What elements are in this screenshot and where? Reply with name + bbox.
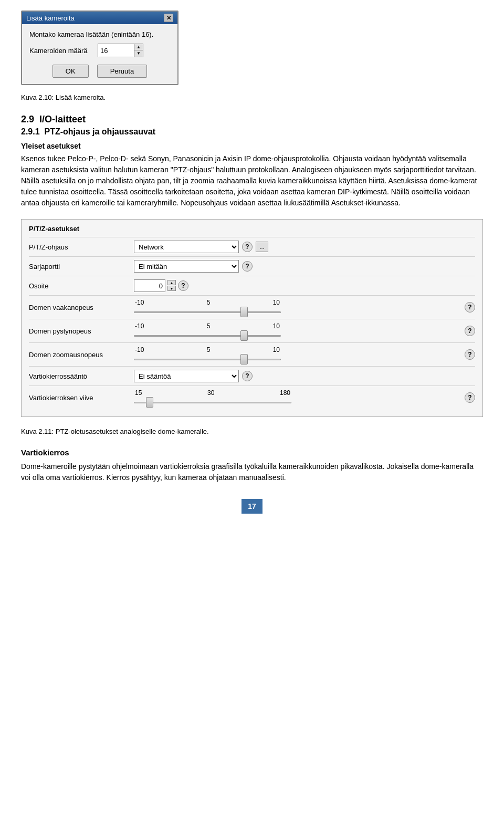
add-cameras-dialog: Lisää kameroita ✕ Montako kameraa lisätä… xyxy=(21,11,178,85)
sarjaportti-help-button[interactable]: ? xyxy=(242,261,253,272)
zoomausnopeus-slider-track[interactable] xyxy=(134,356,281,363)
pystynopeus-row: Domen pystynopeus -10 5 10 ? xyxy=(29,319,475,342)
vartiokierroksen-viive-slider-labels: 15 30 180 xyxy=(134,389,291,397)
pystynopeus-slider-row: -10 5 10 xyxy=(134,322,460,339)
pystynopeus-slider-line xyxy=(134,335,281,337)
osoite-help-button[interactable]: ? xyxy=(178,280,188,291)
pystynopeus-slider-labels: -10 5 10 xyxy=(134,322,281,330)
zoomausnopeus-max-label: 10 xyxy=(273,346,280,353)
cancel-button[interactable]: Peruuta xyxy=(97,65,148,78)
vaakanopeus-max-label: 10 xyxy=(273,299,280,306)
camera-count-spinners: ▲ ▼ xyxy=(134,44,143,57)
ptz-settings-panel: P/T/Z-asetukset P/T/Z-ohjaus Network Pel… xyxy=(21,219,483,417)
vartiokierrossaanto-select[interactable]: Ei sääntöä Sääntö 1 Sääntö 2 xyxy=(134,370,239,382)
dialog-body: Montako kameraa lisätään (enintään 16). … xyxy=(22,24,177,84)
vaakanopeus-help-button[interactable]: ? xyxy=(465,302,475,312)
zoomausnopeus-mid-label: 5 xyxy=(207,346,211,353)
vaakanopeus-slider-labels: -10 5 10 xyxy=(134,299,281,306)
vartiokierrossaanto-row: Vartiokierrossääntö Ei sääntöä Sääntö 1 … xyxy=(29,366,475,386)
zoomausnopeus-row: Domen zoomausnopeus -10 5 10 ? xyxy=(29,342,475,366)
osoite-label: Osoite xyxy=(29,282,134,290)
pystynopeus-max-label: 10 xyxy=(273,322,280,330)
sarjaportti-select[interactable]: Ei mitään COM1 COM2 xyxy=(134,260,239,273)
vaakanopeus-label: Domen vaakanopeus xyxy=(29,304,134,311)
vartiokierrossaanto-dropdown-wrapper: Ei sääntöä Sääntö 1 Sääntö 2 ? xyxy=(134,370,253,382)
osoite-input[interactable] xyxy=(134,279,165,292)
vaakanopeus-row: Domen vaakanopeus -10 5 10 ? xyxy=(29,295,475,319)
dialog-buttons: OK Peruuta xyxy=(29,65,170,78)
spin-up-button[interactable]: ▲ xyxy=(134,44,143,50)
zoomausnopeus-slider-thumb[interactable] xyxy=(240,354,248,364)
vartiokierroksen-viive-slider-thumb[interactable] xyxy=(146,397,153,408)
vartiokierrossaanto-help-button[interactable]: ? xyxy=(242,371,253,381)
section-number: 2.9 I/O-laitteet xyxy=(21,114,483,125)
vaakanopeus-slider-track[interactable] xyxy=(134,308,281,316)
body-text-1: Ksenos tukee Pelco-P-, Pelco-D- sekä Son… xyxy=(21,153,483,209)
vartiokierrossaanto-label: Vartiokierrossääntö xyxy=(29,372,134,380)
ptz-ohjaus-more-button[interactable]: ... xyxy=(256,242,268,252)
pystynopeus-label: Domen pystynopeus xyxy=(29,327,134,335)
vaakanopeus-control: -10 5 10 ? xyxy=(134,299,475,316)
vartiokierroksen-viive-slider-track[interactable] xyxy=(134,399,291,406)
ptz-ohjaus-dropdown-wrapper: Network Pelco-P Pelco-D ? ... xyxy=(134,241,268,253)
vartiokierrossaanto-control: Ei sääntöä Sääntö 1 Sääntö 2 ? xyxy=(134,370,475,382)
viive-min-label: 15 xyxy=(135,389,142,397)
zoomausnopeus-slider-line xyxy=(134,359,281,360)
vartiokierroksen-viive-label: Vartiokierroksen viive xyxy=(29,394,134,402)
osoite-input-wrapper: ▲ ▼ ? xyxy=(134,279,188,292)
sarjaportti-dropdown-wrapper: Ei mitään COM1 COM2 ? xyxy=(134,260,253,273)
vartiokierros-heading: Vartiokierros xyxy=(21,448,483,457)
vartiokierroksen-viive-slider-line xyxy=(134,402,291,403)
pystynopeus-min-label: -10 xyxy=(135,322,144,330)
vartiokierroksen-viive-control: 15 30 180 ? xyxy=(134,389,475,406)
vaakanopeus-min-label: -10 xyxy=(135,299,144,306)
zoomausnopeus-slider-row: -10 5 10 xyxy=(134,346,460,363)
vaakanopeus-slider-row: -10 5 10 xyxy=(134,299,460,316)
ptz-ohjaus-select[interactable]: Network Pelco-P Pelco-D xyxy=(134,241,239,253)
dialog-close-button[interactable]: ✕ xyxy=(164,14,173,22)
camera-count-label: Kameroiden määrä xyxy=(29,47,98,55)
zoomausnopeus-control: -10 5 10 ? xyxy=(134,346,475,363)
zoomausnopeus-help-button[interactable]: ? xyxy=(465,349,475,360)
figure-caption-2: Kuva 2.11: PTZ-oletusasetukset analogise… xyxy=(21,428,483,435)
pystynopeus-slider-track[interactable] xyxy=(134,332,281,339)
ok-button[interactable]: OK xyxy=(52,65,89,78)
ptz-ohjaus-help-button[interactable]: ? xyxy=(242,242,253,252)
ptz-ohjaus-label: P/T/Z-ohjaus xyxy=(29,243,134,251)
viive-max-label: 180 xyxy=(280,389,290,397)
pystynopeus-slider-thumb[interactable] xyxy=(240,330,248,341)
pystynopeus-control: -10 5 10 ? xyxy=(134,322,475,339)
ptz-ohjaus-row: P/T/Z-ohjaus Network Pelco-P Pelco-D ? .… xyxy=(29,237,475,256)
figure-caption-1: Kuva 2.10: Lisää kameroita. xyxy=(21,93,483,101)
page-number-wrapper: 17 xyxy=(21,499,483,514)
subsection-number: 2.9.1 PTZ-ohjaus ja ohjaussauvat xyxy=(21,127,483,137)
osoite-spin-down[interactable]: ▼ xyxy=(167,286,176,291)
vaakanopeus-slider-line xyxy=(134,311,281,313)
zoomausnopeus-label: Domen zoomausnopeus xyxy=(29,351,134,359)
sarjaportti-label: Sarjaportti xyxy=(29,263,134,270)
camera-count-row: Kameroiden määrä ▲ ▼ xyxy=(29,44,170,57)
zoomausnopeus-min-label: -10 xyxy=(135,346,144,353)
sarjaportti-control: Ei mitään COM1 COM2 ? xyxy=(134,260,475,273)
vartiokierroksen-viive-slider-row: 15 30 180 xyxy=(134,389,460,406)
vaakanopeus-slider-thumb[interactable] xyxy=(240,307,248,317)
osoite-control: ▲ ▼ ? xyxy=(134,279,475,292)
zoomausnopeus-slider-labels: -10 5 10 xyxy=(134,346,281,353)
page-number: 17 xyxy=(242,499,262,514)
osoite-spin-up[interactable]: ▲ xyxy=(167,280,176,285)
vartiokierros-text-1: Dome-kameroille pystytään ohjelmoimaan v… xyxy=(21,461,483,483)
camera-count-input-wrapper: ▲ ▼ xyxy=(98,44,143,57)
pystynopeus-help-button[interactable]: ? xyxy=(465,326,475,336)
vartiokierroksen-viive-help-button[interactable]: ? xyxy=(465,392,475,403)
yleiset-asetukset-heading: Yleiset asetukset xyxy=(21,142,483,150)
osoite-row: Osoite ▲ ▼ ? xyxy=(29,276,475,295)
camera-count-input[interactable] xyxy=(98,44,134,57)
viive-mid-label: 30 xyxy=(207,389,214,397)
pystynopeus-mid-label: 5 xyxy=(207,322,211,330)
spin-down-button[interactable]: ▼ xyxy=(134,50,143,57)
ptz-ohjaus-control: Network Pelco-P Pelco-D ? ... xyxy=(134,241,475,253)
dialog-description: Montako kameraa lisätään (enintään 16). xyxy=(29,30,170,38)
dialog-title-bar: Lisää kameroita ✕ xyxy=(22,12,177,24)
dialog-wrapper: Lisää kameroita ✕ Montako kameraa lisätä… xyxy=(21,11,483,85)
vaakanopeus-mid-label: 5 xyxy=(207,299,211,306)
